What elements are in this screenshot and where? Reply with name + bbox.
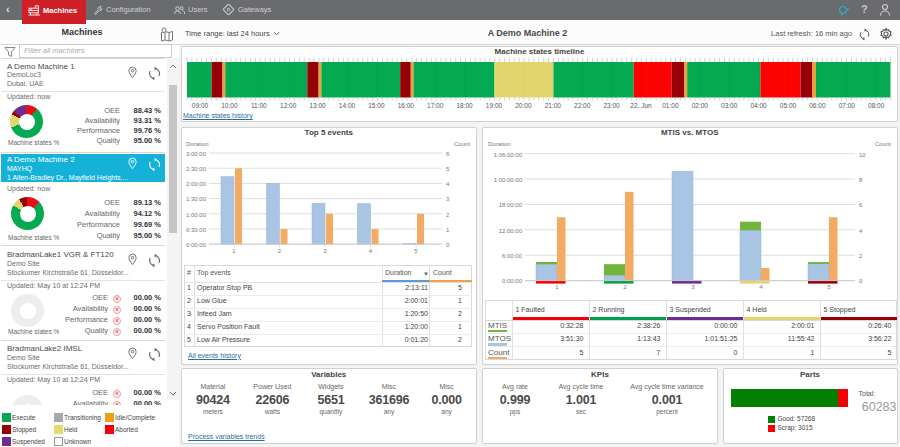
svg-text:6: 6 <box>859 202 863 208</box>
svg-text:23:00: 23:00 <box>603 102 620 109</box>
svg-text:1:00:00:00: 1:00:00:00 <box>494 176 523 182</box>
svg-text:6:00:00: 6:00:00 <box>502 253 523 259</box>
svg-text:1:00:00: 1:00:00 <box>186 211 207 217</box>
svg-text:2: 2 <box>278 247 282 253</box>
svg-text:11:00: 11:00 <box>251 102 267 109</box>
svg-text:1: 1 <box>446 226 450 232</box>
svg-text:3:00:00: 3:00:00 <box>186 150 207 156</box>
svg-text:06:00: 06:00 <box>809 102 826 109</box>
svg-text:Count: Count <box>875 141 891 147</box>
svg-text:3: 3 <box>691 283 695 289</box>
svg-text:04:00: 04:00 <box>750 102 767 109</box>
svg-text:5: 5 <box>446 166 450 172</box>
svg-text:2: 2 <box>623 283 627 289</box>
svg-text:21:00: 21:00 <box>545 102 562 109</box>
svg-text:15:00: 15:00 <box>368 102 385 109</box>
svg-text:05:00: 05:00 <box>780 102 797 109</box>
svg-text:3: 3 <box>323 247 327 253</box>
svg-text:08:00: 08:00 <box>868 102 885 109</box>
svg-text:19:00: 19:00 <box>486 102 503 109</box>
svg-text:0: 0 <box>446 242 450 248</box>
svg-text:Duration: Duration <box>488 141 511 147</box>
svg-text:8: 8 <box>859 176 863 182</box>
svg-text:2:30:00: 2:30:00 <box>186 166 207 172</box>
svg-text:22:00: 22:00 <box>574 102 591 109</box>
svg-text:10: 10 <box>859 151 866 157</box>
svg-text:02:00: 02:00 <box>692 102 709 109</box>
svg-text:5: 5 <box>414 247 418 253</box>
svg-text:2:00:00: 2:00:00 <box>186 181 207 187</box>
svg-text:4: 4 <box>369 247 373 253</box>
svg-text:14:00: 14:00 <box>339 102 356 109</box>
svg-text:09:00: 09:00 <box>192 102 209 109</box>
svg-text:6: 6 <box>446 150 450 156</box>
svg-text:17:00: 17:00 <box>427 102 444 109</box>
svg-text:03:00: 03:00 <box>721 102 738 109</box>
svg-text:0:00:00: 0:00:00 <box>186 242 207 248</box>
svg-text:3: 3 <box>446 196 450 202</box>
svg-text:4: 4 <box>446 181 450 187</box>
svg-text:18:00:00: 18:00:00 <box>499 202 523 208</box>
svg-text:2: 2 <box>446 211 450 217</box>
svg-text:20:00: 20:00 <box>515 102 532 109</box>
svg-text:16:00: 16:00 <box>398 102 415 109</box>
svg-text:4: 4 <box>759 283 763 289</box>
svg-text:12:00:00: 12:00:00 <box>499 227 523 233</box>
svg-text:1:06:00:00: 1:06:00:00 <box>494 151 523 157</box>
svg-text:01:00: 01:00 <box>662 102 679 109</box>
svg-text:13:00: 13:00 <box>309 102 326 109</box>
svg-text:18:00: 18:00 <box>456 102 473 109</box>
svg-text:0:30:00: 0:30:00 <box>186 226 207 232</box>
svg-text:12:00: 12:00 <box>280 102 297 109</box>
svg-text:Count: Count <box>454 141 470 147</box>
svg-text:4: 4 <box>859 227 863 233</box>
svg-text:5: 5 <box>827 283 831 289</box>
svg-text:10:00: 10:00 <box>221 102 238 109</box>
svg-text:0: 0 <box>859 278 863 284</box>
svg-text:0:00:00: 0:00:00 <box>502 278 523 284</box>
svg-text:Duration: Duration <box>186 141 209 147</box>
svg-text:07:00: 07:00 <box>839 102 856 109</box>
svg-text:1: 1 <box>555 283 559 289</box>
svg-text:1: 1 <box>232 247 236 253</box>
svg-text:22. Jun: 22. Jun <box>630 102 652 109</box>
svg-text:2: 2 <box>859 253 863 259</box>
svg-text:1:30:00: 1:30:00 <box>186 196 207 202</box>
